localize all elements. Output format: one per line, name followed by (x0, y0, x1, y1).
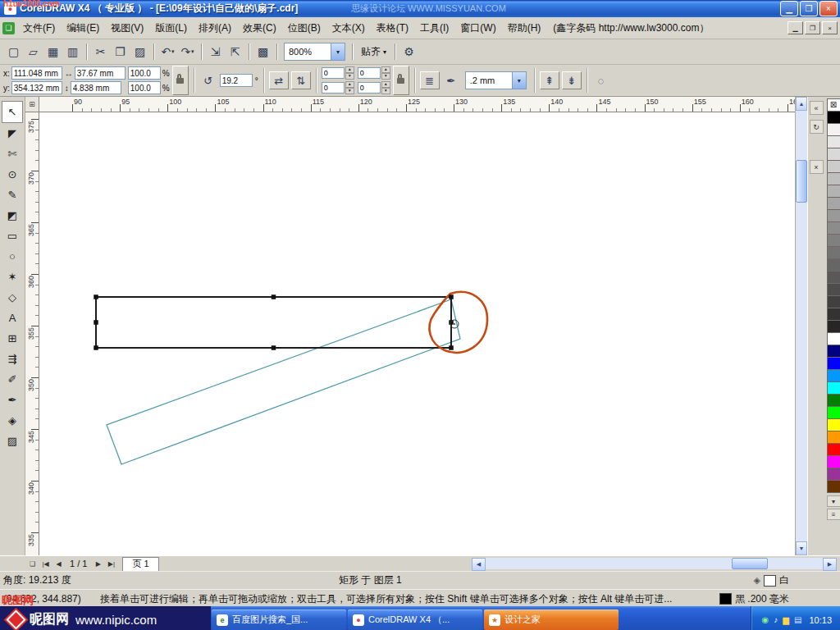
color-swatch-11[interactable] (827, 246, 840, 259)
color-swatch-14[interactable] (827, 283, 840, 296)
radius-lock-button[interactable] (393, 66, 409, 95)
selection-handle[interactable] (272, 345, 276, 350)
table-tool[interactable]: ⊞ (2, 328, 22, 349)
chevron-down-icon[interactable]: ▾ (171, 48, 175, 55)
menu-item-2[interactable]: 视图(V) (105, 18, 149, 39)
menu-item-1[interactable]: 编辑(E) (61, 18, 105, 39)
corner-radius-spinner-2[interactable]: ▲▼ (322, 81, 354, 94)
export-button[interactable]: ⇱ (226, 43, 244, 61)
selection-handle[interactable] (449, 320, 454, 325)
wrap-text-button[interactable]: ≣ (420, 71, 440, 89)
vertical-ruler[interactable]: 375370365360355350345340335 (25, 112, 39, 555)
open-button[interactable]: ▱ (24, 43, 43, 61)
scroll-left-arrow[interactable]: ◀ (472, 558, 486, 571)
vertical-scroll-track[interactable] (796, 111, 807, 541)
menu-item-6[interactable]: 位图(B) (282, 18, 326, 39)
shape-tool[interactable]: ◤ (2, 123, 22, 144)
next-page-button[interactable]: ▶ (92, 558, 104, 570)
application-launcher-button[interactable]: ▩ (253, 43, 272, 61)
selection-handle[interactable] (449, 294, 454, 299)
ruler-origin-button[interactable]: ⊞ (25, 97, 39, 112)
last-page-button[interactable]: ▶| (105, 558, 117, 570)
rotated-rectangle-outline[interactable] (107, 299, 460, 464)
y-position-field[interactable] (11, 81, 62, 94)
minimize-button[interactable]: ▁ (780, 1, 798, 16)
chevron-down-icon[interactable]: ▾ (512, 72, 526, 89)
color-swatch-17[interactable] (827, 320, 840, 333)
collapse-docker-button[interactable]: « (810, 101, 824, 115)
menu-item-5[interactable]: 效果(C) (237, 18, 282, 39)
corner-radius-field-0[interactable] (322, 67, 345, 79)
new-document-button[interactable]: ▢ (4, 43, 23, 61)
menu-item-0[interactable]: 文件(F) (17, 18, 61, 39)
color-swatch-26[interactable] (827, 431, 840, 444)
color-swatch-13[interactable] (827, 271, 840, 284)
interactive-fill-tool[interactable]: ▨ (2, 431, 22, 451)
zoom-combobox[interactable]: 800% ▾ (284, 43, 345, 61)
chart-tray-icon[interactable]: ▆ (783, 616, 789, 624)
drawing-canvas[interactable] (39, 112, 795, 555)
scroll-down-arrow[interactable]: ▼ (796, 541, 807, 555)
undo-button[interactable]: ↶▾ (158, 43, 177, 61)
menu-item-7[interactable]: 文本(X) (326, 18, 371, 39)
horizontal-ruler[interactable]: 9095100105110115120125130135140145150155… (39, 97, 795, 112)
scroll-right-arrow[interactable]: ▶ (823, 558, 837, 571)
color-swatch-24[interactable] (827, 406, 840, 419)
mirror-horizontal-button[interactable]: ⇄ (269, 71, 289, 89)
corner-radius-spinner-1[interactable]: ▲▼ (358, 66, 390, 80)
fill-tool[interactable]: ◈ (2, 410, 22, 431)
spinner-down-icon[interactable]: ▼ (381, 73, 390, 80)
color-swatch-3[interactable] (827, 148, 840, 161)
pick-tool[interactable]: ↖ (2, 101, 23, 123)
outline-width-combobox[interactable]: .2 mm ▾ (465, 71, 527, 89)
selection-handle[interactable] (94, 294, 98, 299)
color-swatch-1[interactable] (827, 123, 840, 136)
basic-shapes-tool[interactable]: ◇ (2, 287, 22, 308)
selection-handle[interactable] (94, 320, 98, 325)
spinner-arrows[interactable]: ▲▼ (381, 66, 390, 80)
corner-radius-spinner-3[interactable]: ▲▼ (358, 81, 390, 94)
freehand-tool[interactable]: ✎ (2, 185, 22, 205)
spinner-down-icon[interactable]: ▼ (381, 88, 390, 94)
selected-rectangle[interactable] (96, 297, 451, 348)
color-swatch-9[interactable] (827, 221, 840, 235)
corner-radius-field-3[interactable] (358, 82, 381, 94)
menu-item-10[interactable]: 窗口(W) (454, 18, 501, 39)
zoom-tool[interactable]: ⊙ (2, 164, 22, 185)
x-position-field[interactable] (11, 66, 62, 80)
menu-item-9[interactable]: 工具(I) (414, 18, 454, 39)
selection-handle[interactable] (272, 294, 276, 299)
corner-radius-spinner-0[interactable]: ▲▼ (322, 66, 354, 80)
refresh-docker-button[interactable]: ↻ (810, 120, 824, 134)
mirror-vertical-button[interactable]: ⇅ (291, 71, 311, 89)
scale-lock-button[interactable] (172, 66, 189, 95)
network-tray-icon[interactable]: ▤ (794, 616, 801, 624)
horizontal-scroll-thumb[interactable] (732, 558, 768, 569)
spinner-down-icon[interactable]: ▼ (345, 88, 354, 94)
spinner-arrows[interactable]: ▲▼ (345, 66, 354, 80)
palette-scroll-down-button[interactable]: ▾ (827, 495, 840, 507)
color-swatch-21[interactable] (827, 369, 840, 382)
color-swatch-4[interactable] (827, 160, 840, 173)
color-swatch-12[interactable] (827, 258, 840, 272)
color-swatch-22[interactable] (827, 381, 840, 395)
copy-button[interactable]: ❐ (111, 43, 130, 61)
color-swatch-7[interactable] (827, 197, 840, 210)
crop-tool[interactable]: ✄ (2, 144, 22, 164)
rectangle-tool[interactable]: ▭ (2, 226, 22, 246)
maximize-button[interactable]: ❐ (800, 1, 818, 16)
eyedropper-tool[interactable]: ✐ (2, 369, 22, 390)
spinner-up-icon[interactable]: ▲ (381, 81, 390, 88)
chevron-down-icon[interactable]: ▾ (191, 48, 194, 55)
paste-button[interactable]: ▨ (130, 43, 149, 61)
close-docker-button[interactable]: × (810, 160, 824, 174)
color-swatch-29[interactable] (827, 468, 840, 481)
menu-item-8[interactable]: 表格(T) (371, 18, 414, 39)
color-swatch-15[interactable] (827, 295, 840, 308)
color-swatch-19[interactable] (827, 345, 840, 358)
no-color-swatch[interactable]: ⊠ (827, 98, 840, 112)
doc-restore-button[interactable]: ❐ (805, 21, 820, 34)
doc-close-button[interactable]: × (822, 21, 838, 34)
convert-outline-button[interactable]: ◌ (592, 72, 610, 89)
horizontal-scrollbar[interactable]: ◀ ▶ (472, 558, 837, 569)
